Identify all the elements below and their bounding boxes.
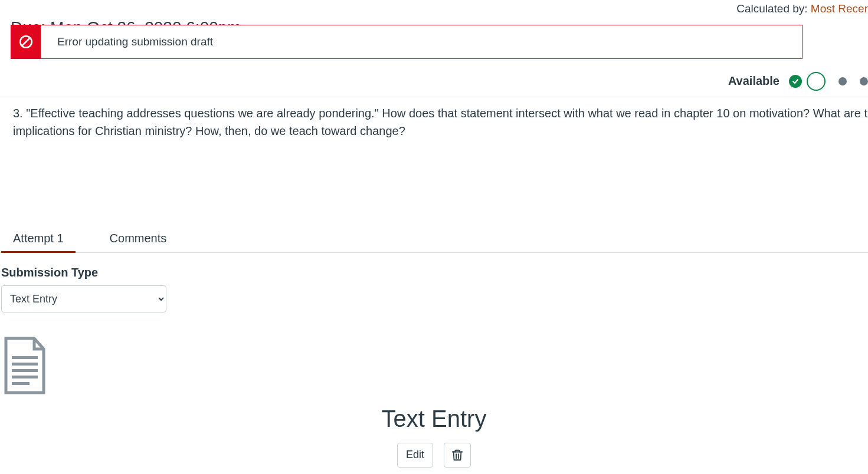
step-future-indicator	[860, 77, 868, 85]
tab-comments[interactable]: Comments	[98, 228, 179, 253]
svg-rect-6	[12, 382, 30, 385]
svg-rect-3	[12, 363, 38, 366]
no-entry-icon	[11, 25, 41, 58]
calculated-by-label: Calculated by:	[736, 2, 811, 15]
check-icon	[792, 78, 799, 85]
document-icon	[0, 336, 50, 395]
available-label: Available	[728, 74, 779, 88]
text-entry-title: Text Entry	[0, 406, 868, 432]
error-alert-message: Error updating submission draft	[41, 25, 230, 58]
svg-rect-4	[12, 369, 38, 372]
trash-icon	[451, 449, 464, 462]
svg-line-1	[22, 38, 30, 46]
text-entry-panel: Text Entry Edit	[0, 336, 868, 468]
calculated-by-link[interactable]: Most Recer	[811, 2, 868, 15]
step-future-indicator	[838, 77, 847, 85]
calculated-by-line: Calculated by: Most Recer	[0, 0, 868, 15]
step-current-indicator	[807, 72, 826, 91]
submission-type-label: Submission Type	[0, 253, 868, 285]
step-complete-indicator	[789, 75, 802, 88]
submission-type-select[interactable]: Text Entry	[1, 285, 166, 312]
svg-rect-2	[12, 356, 38, 359]
error-alert: Error updating submission draft	[11, 25, 803, 59]
edit-button[interactable]: Edit	[397, 443, 433, 468]
assignment-question-text: 3. "Effective teaching addresses questio…	[0, 97, 868, 140]
tab-attempt-1[interactable]: Attempt 1	[1, 228, 76, 253]
delete-button[interactable]	[444, 443, 471, 468]
svg-rect-5	[12, 376, 38, 378]
submission-tabs: Attempt 1 Comments	[0, 228, 868, 253]
